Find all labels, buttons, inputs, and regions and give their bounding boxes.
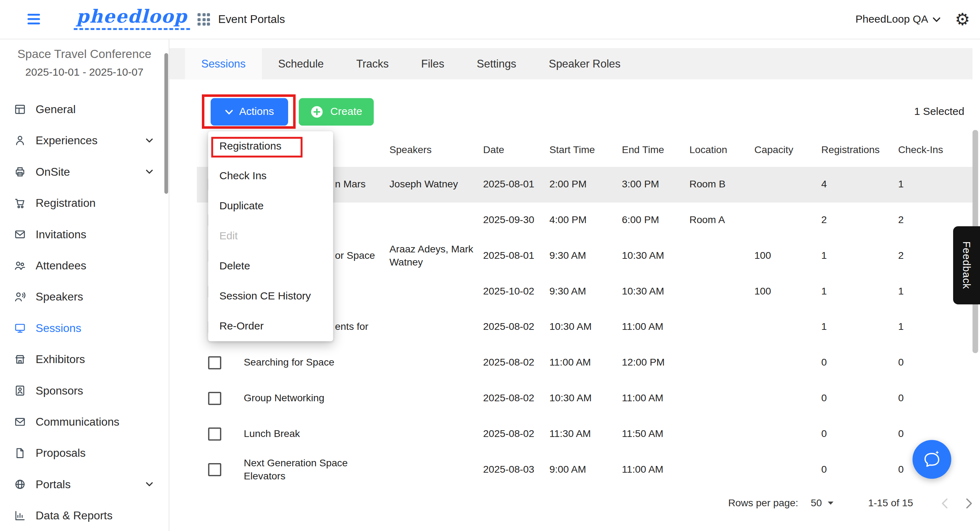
globe-icon	[14, 478, 26, 490]
rows-per-page-select[interactable]: 50	[811, 498, 834, 509]
sidebar-item-speakers[interactable]: Speakers	[0, 281, 168, 313]
cell-registrations: 1	[821, 250, 898, 263]
cell-start_time: 11:30 AM	[549, 428, 622, 440]
sidebar-item-label: Speakers	[36, 290, 83, 303]
previous-page-button[interactable]	[941, 498, 948, 509]
table-row[interactable]: Next Generation Space Elevators2025-08-0…	[197, 452, 972, 488]
tab-tracks[interactable]: Tracks	[340, 48, 405, 79]
cell-registrations: 1	[821, 321, 898, 334]
column-header-capacity: Capacity	[754, 144, 821, 156]
column-header-check_ins: Check-Ins	[898, 144, 972, 156]
sidebar-item-label: Attendees	[36, 259, 86, 272]
sidebar: Space Travel Conference 2025-10-01 - 202…	[0, 39, 169, 531]
tab-bar: SessionsScheduleTracksFilesSettingsSpeak…	[169, 48, 972, 79]
store-icon	[14, 353, 26, 366]
tab-speaker-roles[interactable]: Speaker Roles	[533, 48, 637, 79]
sidebar-item-general[interactable]: General	[0, 94, 168, 125]
account-menu-button[interactable]: PheedLoop QA	[856, 0, 941, 39]
row-checkbox[interactable]	[208, 428, 221, 440]
pheedloop-logo[interactable]: pheedloop	[74, 6, 190, 30]
sidebar-item-registration[interactable]: Registration	[0, 188, 168, 218]
cell-speakers: Joseph Watney	[389, 178, 483, 191]
tab-settings[interactable]: Settings	[461, 48, 533, 79]
sidebar-item-invitations[interactable]: Invitations	[0, 219, 168, 250]
people-icon	[14, 259, 26, 272]
grid-icon	[14, 103, 26, 116]
cell-date: 2025-08-01	[483, 250, 549, 263]
row-checkbox[interactable]	[208, 356, 221, 369]
sidebar-item-portals[interactable]: Portals	[0, 469, 168, 500]
create-button[interactable]: Create	[299, 98, 374, 126]
cell-start_time: 9:00 AM	[549, 463, 622, 476]
chat-support-button[interactable]	[913, 440, 951, 479]
cell-check_ins: 0	[898, 428, 972, 440]
selected-count: 1 Selected	[914, 106, 964, 118]
menu-item-edit: Edit	[208, 221, 333, 251]
main-content: SessionsScheduleTracksFilesSettingsSpeak…	[169, 39, 980, 531]
cell-date: 2025-08-02	[483, 356, 549, 369]
feedback-tab[interactable]: Feedback	[953, 226, 980, 304]
cell-registrations: 0	[821, 392, 898, 405]
cell-registrations: 2	[821, 214, 898, 227]
sidebar-item-attendees[interactable]: Attendees	[0, 250, 168, 281]
column-header-end_time: End Time	[622, 144, 689, 156]
cell-checkbox	[208, 463, 244, 476]
plus-icon	[310, 105, 324, 119]
cell-name: Searching for Space	[243, 356, 389, 369]
cell-start_time: 4:00 PM	[549, 214, 622, 227]
cell-check_ins: 0	[898, 392, 972, 405]
sidebar-item-onsite[interactable]: OnSite	[0, 156, 168, 188]
sidebar-item-label: Invitations	[36, 228, 86, 241]
sidebar-item-label: Registration	[36, 197, 96, 210]
cell-end_time: 10:30 AM	[622, 285, 689, 298]
sidebar-item-data-reports[interactable]: Data & Reports	[0, 500, 168, 531]
next-page-button[interactable]	[966, 498, 972, 509]
settings-gear-icon[interactable]: ⚙	[955, 0, 970, 39]
mail-icon	[14, 416, 26, 428]
sidebar-item-experiences[interactable]: Experiences	[0, 125, 168, 156]
hamburger-menu-button[interactable]	[27, 14, 40, 24]
cell-name: Next Generation Space Elevators	[243, 457, 389, 483]
cell-end_time: 3:00 PM	[622, 178, 689, 191]
chevron-down-icon	[146, 169, 153, 174]
cell-date: 2025-08-01	[483, 178, 549, 191]
menu-item-check-ins[interactable]: Check Ins	[208, 161, 333, 191]
sidebar-item-exhibitors[interactable]: Exhibitors	[0, 343, 168, 375]
row-checkbox[interactable]	[208, 392, 221, 405]
sidebar-item-communications[interactable]: Communications	[0, 406, 168, 437]
sidebar-item-proposals[interactable]: Proposals	[0, 438, 168, 469]
table-row[interactable]: Lunch Break2025-08-0211:30 AM11:50 AM00	[197, 416, 972, 452]
menu-item-re-order[interactable]: Re-Order	[208, 311, 333, 341]
cell-date: 2025-09-30	[483, 214, 549, 227]
presenter-icon	[14, 291, 26, 303]
cell-end_time: 12:00 PM	[622, 356, 689, 369]
table-row[interactable]: Group Networking2025-08-0210:30 AM11:00 …	[197, 381, 972, 417]
menu-item-duplicate[interactable]: Duplicate	[208, 191, 333, 221]
column-header-registrations: Registrations	[821, 144, 898, 156]
tab-sessions[interactable]: Sessions	[185, 48, 262, 79]
cell-registrations: 0	[821, 356, 898, 369]
printer-icon	[14, 165, 26, 178]
cell-start_time: 11:00 AM	[549, 356, 622, 369]
cell-check_ins: 0	[898, 356, 972, 369]
cell-end_time: 11:00 AM	[622, 392, 689, 405]
menu-item-delete[interactable]: Delete	[208, 251, 333, 281]
tab-schedule[interactable]: Schedule	[262, 48, 340, 79]
person-icon	[14, 134, 26, 147]
tab-files[interactable]: Files	[405, 48, 460, 79]
cell-capacity: 100	[754, 250, 821, 263]
sidebar-item-sessions[interactable]: Sessions	[0, 313, 168, 343]
rows-per-page-value: 50	[811, 498, 822, 509]
cell-end_time: 10:30 AM	[622, 250, 689, 263]
sidebar-item-label: Proposals	[36, 447, 86, 459]
table-row[interactable]: Searching for Space2025-08-0211:00 AM12:…	[197, 345, 972, 381]
app-window: pheedloop Event Portals PheedLoop QA ⚙ S…	[0, 0, 980, 531]
cell-start_time: 9:30 AM	[549, 250, 622, 263]
chart-icon	[14, 509, 26, 522]
menu-item-session-ce-history[interactable]: Session CE History	[208, 281, 333, 312]
cell-date: 2025-08-02	[483, 428, 549, 440]
cell-start_time: 10:30 AM	[549, 392, 622, 405]
sidebar-scrollbar[interactable]	[164, 53, 168, 194]
row-checkbox[interactable]	[208, 463, 221, 476]
sidebar-item-sponsors[interactable]: Sponsors	[0, 375, 168, 406]
